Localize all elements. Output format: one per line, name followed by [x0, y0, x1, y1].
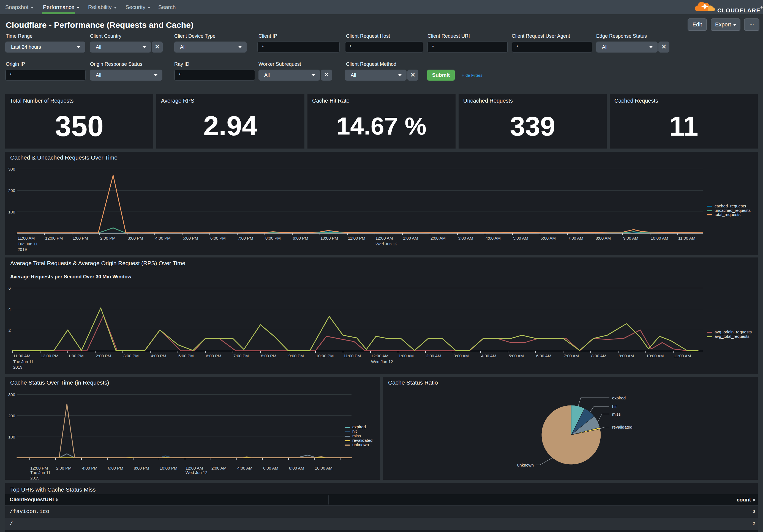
svg-text:9:00 AM: 9:00 AM: [619, 353, 634, 358]
svg-text:7:00 PM: 7:00 PM: [238, 236, 253, 240]
svg-text:8:00 PM: 8:00 PM: [265, 236, 281, 240]
svg-text:2:00 PM: 2:00 PM: [56, 466, 71, 470]
svg-text:100: 100: [8, 435, 15, 439]
svg-text:100: 100: [8, 210, 15, 214]
svg-text:Tue Jun 11: Tue Jun 11: [18, 241, 38, 246]
svg-text:9:00 PM: 9:00 PM: [293, 236, 308, 240]
svg-text:7:00 PM: 7:00 PM: [233, 353, 249, 358]
svg-text:Tue Jun 11: Tue Jun 11: [13, 359, 33, 364]
svg-text:10:00 PM: 10:00 PM: [316, 353, 334, 358]
svg-text:11:00 PM: 11:00 PM: [348, 236, 365, 240]
svg-text:4:00 AM: 4:00 AM: [481, 353, 496, 358]
svg-text:11:00 AM: 11:00 AM: [13, 353, 30, 358]
svg-text:Wed Jun 12: Wed Jun 12: [185, 470, 208, 475]
svg-text:11:00 AM: 11:00 AM: [18, 236, 35, 240]
svg-text:4:00 AM: 4:00 AM: [237, 466, 253, 470]
svg-text:5:00 PM: 5:00 PM: [183, 236, 198, 240]
svg-text:200: 200: [8, 188, 15, 193]
svg-text:4:00 PM: 4:00 PM: [82, 466, 97, 470]
svg-text:4:00 PM: 4:00 PM: [155, 236, 171, 240]
svg-text:11:00 PM: 11:00 PM: [344, 353, 361, 358]
svg-text:Wed Jun 12: Wed Jun 12: [371, 359, 393, 364]
svg-text:10:00 AM: 10:00 AM: [646, 353, 664, 358]
svg-text:11:00 AM: 11:00 AM: [678, 236, 695, 240]
svg-text:4:00 PM: 4:00 PM: [151, 353, 166, 358]
svg-text:2:00 AM: 2:00 AM: [430, 236, 446, 240]
svg-text:6:00 PM: 6:00 PM: [210, 236, 226, 240]
svg-text:6:00 AM: 6:00 AM: [536, 353, 551, 358]
svg-text:6:00 AM: 6:00 AM: [263, 466, 278, 470]
svg-text:6:00 PM: 6:00 PM: [206, 353, 221, 358]
svg-text:9:00 AM: 9:00 AM: [623, 236, 638, 240]
svg-text:12:00 PM: 12:00 PM: [41, 353, 58, 358]
svg-text:5:00 AM: 5:00 AM: [509, 353, 524, 358]
svg-text:4:00 AM: 4:00 AM: [486, 236, 501, 240]
svg-text:1:00 PM: 1:00 PM: [73, 236, 88, 240]
svg-text:8:00 PM: 8:00 PM: [261, 353, 276, 358]
svg-text:12:00 AM: 12:00 AM: [371, 353, 388, 358]
svg-text:10:00 PM: 10:00 PM: [320, 236, 338, 240]
svg-text:10:00 AM: 10:00 AM: [651, 236, 668, 240]
svg-text:1:00 AM: 1:00 AM: [403, 236, 418, 240]
svg-text:hit: hit: [612, 404, 617, 409]
svg-text:6:00 PM: 6:00 PM: [108, 466, 123, 470]
svg-text:Wed Jun 12: Wed Jun 12: [376, 241, 397, 246]
svg-text:8:00 PM: 8:00 PM: [134, 466, 149, 470]
svg-text:2:00 AM: 2:00 AM: [426, 353, 441, 358]
svg-text:expired: expired: [612, 396, 626, 400]
svg-text:200: 200: [8, 413, 15, 418]
svg-text:5:00 AM: 5:00 AM: [513, 236, 528, 240]
svg-text:revalidated: revalidated: [612, 425, 632, 429]
svg-text:10:00 AM: 10:00 AM: [315, 466, 332, 470]
svg-text:2019: 2019: [30, 476, 39, 480]
svg-text:miss: miss: [612, 412, 621, 416]
svg-text:2:00 PM: 2:00 PM: [100, 236, 116, 240]
svg-text:8:00 AM: 8:00 AM: [596, 236, 611, 240]
svg-text:12:00 PM: 12:00 PM: [30, 466, 48, 470]
svg-text:11:00 AM: 11:00 AM: [674, 353, 691, 358]
svg-text:2:00 AM: 2:00 AM: [211, 466, 227, 470]
svg-text:12:00 AM: 12:00 AM: [376, 236, 393, 240]
svg-text:6:00 AM: 6:00 AM: [541, 236, 556, 240]
svg-text:4: 4: [9, 307, 11, 311]
svg-text:3:00 PM: 3:00 PM: [128, 236, 143, 240]
svg-text:5:00 PM: 5:00 PM: [178, 353, 194, 358]
svg-text:2: 2: [9, 328, 11, 332]
svg-text:1:00 AM: 1:00 AM: [398, 353, 414, 358]
svg-text:7:00 AM: 7:00 AM: [568, 236, 583, 240]
svg-text:2019: 2019: [13, 365, 22, 369]
svg-text:3:00 PM: 3:00 PM: [123, 353, 139, 358]
svg-text:300: 300: [8, 167, 15, 171]
svg-text:6: 6: [9, 286, 11, 291]
svg-text:7:00 AM: 7:00 AM: [564, 353, 579, 358]
svg-text:2:00 PM: 2:00 PM: [96, 353, 111, 358]
svg-text:300: 300: [8, 392, 15, 397]
svg-text:12:00 PM: 12:00 PM: [45, 236, 63, 240]
svg-text:8:00 AM: 8:00 AM: [289, 466, 304, 470]
svg-text:unknown: unknown: [517, 463, 534, 467]
svg-text:Tue Jun 11: Tue Jun 11: [30, 470, 51, 475]
svg-text:8:00 AM: 8:00 AM: [591, 353, 606, 358]
svg-text:2019: 2019: [18, 247, 27, 252]
svg-text:12:00 AM: 12:00 AM: [185, 466, 203, 470]
svg-text:1:00 PM: 1:00 PM: [68, 353, 84, 358]
svg-text:10:00 PM: 10:00 PM: [160, 466, 177, 470]
svg-text:9:00 PM: 9:00 PM: [288, 353, 304, 358]
svg-text:3:00 AM: 3:00 AM: [458, 236, 473, 240]
svg-text:3:00 AM: 3:00 AM: [454, 353, 469, 358]
